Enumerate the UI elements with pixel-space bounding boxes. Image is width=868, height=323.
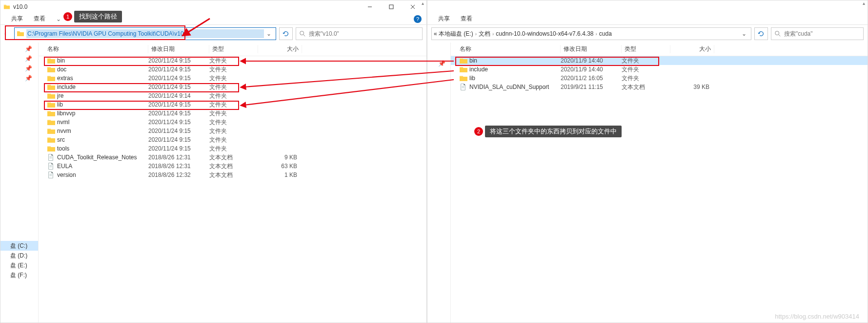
refresh-button[interactable] [279, 27, 293, 40]
refresh-button[interactable] [754, 27, 768, 40]
col-size[interactable]: 大小 [258, 45, 302, 53]
list-item[interactable]: lib 2020/11/24 9:15 文件夹 [39, 100, 426, 109]
address-bar[interactable]: « 本地磁盘 (E:)›文档›cudnn-10.0-windows10-x64-… [431, 27, 751, 40]
address-row: « 本地磁盘 (E:)›文档›cudnn-10.0-windows10-x64-… [427, 25, 868, 43]
col-date[interactable]: 修改日期 [561, 45, 622, 53]
breadcrumb-item[interactable]: cuda [599, 30, 612, 37]
svg-rect-0 [389, 5, 393, 9]
item-name: jre [57, 92, 148, 99]
item-type: 文件夹 [209, 74, 258, 83]
col-size[interactable]: 大小 [670, 45, 714, 53]
folder-icon [47, 145, 55, 152]
nav-pane[interactable]: ▴ 📌 [427, 43, 451, 323]
annotation-callout: 2 将这三个文件夹中的东西拷贝到对应的文件中 [474, 126, 622, 137]
search-input[interactable]: 搜索"v10.0" [296, 27, 423, 40]
tab-view[interactable]: 查看 [34, 15, 45, 23]
address-path[interactable]: C:\Program Files\NVIDIA GPU Computing To… [26, 29, 264, 38]
column-header[interactable]: 名称 修改日期 类型 大小 [39, 43, 426, 56]
chevron-down-icon[interactable]: ⌄ [264, 30, 274, 37]
address-row: ‹ C:\Program Files\NVIDIA GPU Computing … [0, 25, 426, 43]
chevron-right-icon: › [492, 31, 494, 37]
tab-share[interactable]: 共享 [438, 15, 450, 23]
list-item[interactable]: libnvvp 2020/11/24 9:15 文件夹 [39, 109, 426, 118]
breadcrumb-item[interactable]: 文档 [479, 30, 490, 38]
search-input[interactable]: 搜索"cuda" [771, 27, 864, 40]
item-date: 2020/11/24 9:15 [148, 66, 209, 73]
col-name[interactable]: 名称 [451, 45, 561, 53]
breadcrumb[interactable]: « 本地磁盘 (E:)›文档›cudnn-10.0-windows10-x64-… [434, 30, 739, 38]
nav-drive[interactable]: 盘 (E:) [0, 260, 38, 270]
item-type: 文件夹 [209, 101, 258, 109]
list-item[interactable]: extras 2020/11/24 9:15 文件夹 [39, 74, 426, 83]
col-type[interactable]: 类型 [622, 45, 670, 53]
search-placeholder: 搜索"v10.0" [309, 30, 339, 38]
list-item[interactable]: NVIDIA_SLA_cuDNN_Support 2019/9/21 11:15… [451, 83, 868, 91]
folder-icon [47, 119, 55, 126]
folder-icon [460, 57, 467, 64]
address-bar[interactable]: C:\Program Files\NVIDIA GPU Computing To… [14, 27, 276, 40]
item-size: 9 KB [258, 154, 302, 161]
item-type: 文本文档 [622, 83, 670, 91]
list-item[interactable]: bin 2020/11/24 9:15 文件夹 [39, 56, 426, 65]
item-name: NVIDIA_SLA_cuDNN_Support [469, 84, 561, 90]
col-date[interactable]: 修改日期 [148, 45, 209, 53]
item-name: tools [57, 145, 148, 152]
item-type: 文件夹 [209, 127, 258, 135]
item-date: 2020/11/24 9:15 [148, 145, 209, 152]
item-date: 2020/11/24 9:15 [148, 75, 209, 82]
list-item[interactable]: version 2018/8/26 12:32 文本文档 1 KB [39, 171, 426, 179]
folder-icon [47, 110, 55, 117]
folder-icon [460, 75, 467, 82]
pin-icon: 📌 [427, 60, 450, 67]
list-item[interactable]: nvml 2020/11/24 9:15 文件夹 [39, 118, 426, 127]
item-size: 1 KB [258, 172, 302, 178]
list-item[interactable]: CUDA_Toolkit_Release_Notes 2018/8/26 12:… [39, 153, 426, 162]
list-item[interactable]: lib 2020/11/2 16:05 文件夹 [451, 74, 868, 83]
column-header[interactable]: 名称 修改日期 类型 大小 [451, 43, 868, 56]
list-item[interactable]: jre 2020/11/24 9:14 文件夹 [39, 91, 426, 100]
chevron-right-icon: › [595, 31, 597, 37]
annotation-callout: 1 找到这个路径 [63, 11, 122, 22]
item-date: 2018/8/26 12:32 [148, 172, 209, 178]
chevron-down-icon[interactable]: ⌄ [739, 30, 749, 37]
item-date: 2020/11/9 14:40 [561, 57, 622, 64]
breadcrumb-item[interactable]: « 本地磁盘 (E:) [434, 30, 473, 38]
col-name[interactable]: 名称 [39, 45, 148, 53]
watermark: https://blog.csdn.net/w903414 [775, 313, 859, 320]
col-type[interactable]: 类型 [209, 45, 258, 53]
folder-icon [47, 57, 55, 64]
item-type: 文件夹 [209, 57, 258, 65]
nav-pane[interactable]: ▴ 📌 📌 📌 📌 盘 (C:)盘 (D:)盘 (E:)盘 (F:) [0, 43, 39, 323]
item-date: 2020/11/24 9:15 [148, 110, 209, 117]
tab-view[interactable]: 查看 [461, 15, 472, 23]
item-name: lib [469, 75, 561, 82]
list-item[interactable]: src 2020/11/24 9:15 文件夹 [39, 135, 426, 144]
search-placeholder: 搜索"cuda" [784, 30, 813, 38]
breadcrumb-item[interactable]: cudnn-10.0-windows10-x64-v7.6.4.38 [496, 30, 593, 37]
annotation-text: 找到这个路径 [74, 11, 122, 22]
nav-back-icon[interactable]: ‹ [4, 30, 11, 37]
list-item[interactable]: include 2020/11/24 9:15 文件夹 [39, 83, 426, 91]
list-item[interactable]: doc 2020/11/24 9:15 文件夹 [39, 65, 426, 74]
item-date: 2019/9/21 11:15 [561, 84, 622, 90]
chevron-down-icon[interactable]: ⌄ [56, 16, 61, 22]
item-name: EULA [57, 163, 148, 170]
item-date: 2020/11/24 9:15 [148, 128, 209, 134]
item-type: 文件夹 [209, 136, 258, 144]
list-item[interactable]: EULA 2018/8/26 12:31 文本文档 63 KB [39, 162, 426, 171]
help-icon[interactable]: ? [414, 15, 422, 23]
nav-drive[interactable]: 盘 (C:) [0, 241, 38, 251]
list-item[interactable]: bin 2020/11/9 14:40 文件夹 [451, 56, 868, 65]
item-type: 文件夹 [209, 83, 258, 91]
list-item[interactable]: nvvm 2020/11/24 9:15 文件夹 [39, 127, 426, 135]
tab-share[interactable]: 共享 [11, 15, 23, 23]
nav-drive[interactable]: 盘 (F:) [0, 270, 38, 280]
annotation-number: 1 [63, 12, 72, 21]
maximize-button[interactable] [381, 0, 402, 13]
explorer-window-left: v10.0 共享 查看 ⌄ ? ‹ C:\Program Files\NVIDI… [0, 0, 427, 323]
pin-icon: 📌 [0, 65, 38, 75]
list-item[interactable]: tools 2020/11/24 9:15 文件夹 [39, 144, 426, 153]
list-item[interactable]: include 2020/11/9 14:40 文件夹 [451, 65, 868, 74]
nav-drive[interactable]: 盘 (D:) [0, 251, 38, 260]
minimize-button[interactable] [359, 0, 381, 13]
